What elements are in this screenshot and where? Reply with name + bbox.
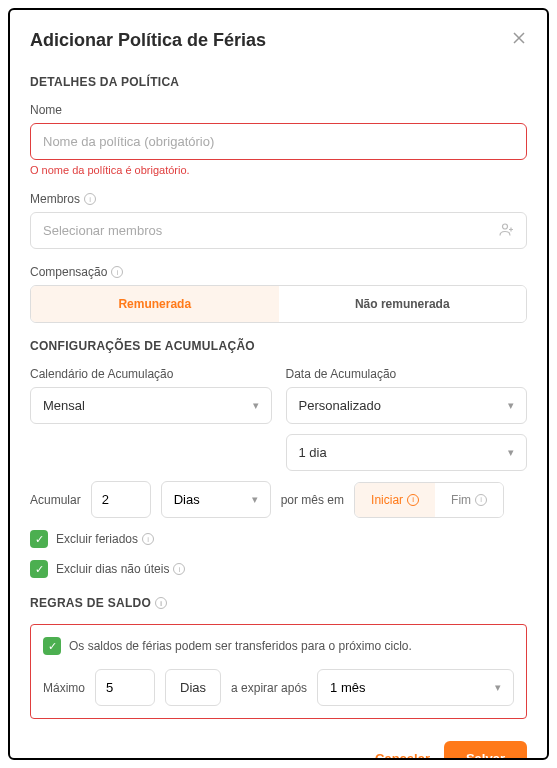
svg-point-0 [503, 224, 508, 229]
info-icon[interactable]: i [84, 193, 96, 205]
compensation-label: Compensação [30, 265, 107, 279]
info-icon[interactable]: i [142, 533, 154, 545]
accumulate-amount-input[interactable] [91, 481, 151, 518]
name-input[interactable] [30, 123, 527, 160]
accrual-date-value: Personalizado [299, 398, 381, 413]
exclude-holidays-label: Excluir feriados [56, 532, 138, 546]
info-icon: i [475, 494, 487, 506]
exclude-holidays-checkbox[interactable]: ✓ [30, 530, 48, 548]
accrual-date-label: Data de Acumulação [286, 367, 528, 381]
accrual-calendar-select[interactable]: Mensal ▾ [30, 387, 272, 424]
max-amount-input[interactable] [95, 669, 155, 706]
expire-after-value: 1 mês [330, 680, 365, 695]
members-input[interactable] [30, 212, 527, 249]
info-icon[interactable]: i [173, 563, 185, 575]
info-icon: i [407, 494, 419, 506]
chevron-down-icon: ▾ [508, 399, 514, 412]
end-tab[interactable]: Fim i [435, 483, 503, 517]
section-details-title: DETALHES DA POLÍTICA [30, 75, 527, 89]
accumulate-row: Acumular Dias ▾ por mês em Iniciar i Fim… [30, 481, 527, 518]
name-label: Nome [30, 103, 527, 117]
accrual-calendar-value: Mensal [43, 398, 85, 413]
save-button[interactable]: Salvar [444, 741, 527, 760]
exclude-nonworking-label: Excluir dias não úteis [56, 562, 169, 576]
carryover-row: ✓ Os saldos de férias podem ser transfer… [43, 637, 514, 655]
vacation-policy-modal: Adicionar Política de Férias DETALHES DA… [8, 8, 549, 760]
exclude-nonworking-checkbox[interactable]: ✓ [30, 560, 48, 578]
balance-rules-box: ✓ Os saldos de férias podem ser transfer… [30, 624, 527, 719]
accrual-date-group: Data de Acumulação Personalizado ▾ 1 dia… [286, 367, 528, 471]
accrual-day-value: 1 dia [299, 445, 327, 460]
accumulate-unit-value: Dias [174, 492, 200, 507]
modal-title: Adicionar Política de Férias [30, 30, 266, 51]
info-icon[interactable]: i [155, 597, 167, 609]
modal-header: Adicionar Política de Férias [30, 30, 527, 51]
unpaid-toggle[interactable]: Não remunerada [279, 286, 527, 322]
start-tab[interactable]: Iniciar i [355, 483, 435, 517]
max-label: Máximo [43, 681, 85, 695]
modal-footer: Cancelar Salvar [30, 741, 527, 760]
name-field-group: Nome O nome da política é obrigatório. [30, 103, 527, 176]
accrual-calendar-group: Calendário de Acumulação Mensal ▾ [30, 367, 272, 471]
max-unit: Dias [165, 669, 221, 706]
accumulate-unit-select[interactable]: Dias ▾ [161, 481, 271, 518]
accrual-date-select[interactable]: Personalizado ▾ [286, 387, 528, 424]
expire-after-label: a expirar após [231, 681, 307, 695]
add-person-icon[interactable] [499, 222, 515, 239]
chevron-down-icon: ▾ [252, 493, 258, 506]
exclude-holidays-row: ✓ Excluir feriados i [30, 530, 527, 548]
accrual-day-select[interactable]: 1 dia ▾ [286, 434, 528, 471]
members-field-group: Membros i [30, 192, 527, 249]
compensation-toggle: Remunerada Não remunerada [30, 285, 527, 323]
chevron-down-icon: ▾ [495, 681, 501, 694]
members-label: Membros [30, 192, 80, 206]
per-month-label: por mês em [281, 493, 344, 507]
name-error-text: O nome da política é obrigatório. [30, 164, 527, 176]
carryover-label: Os saldos de férias podem ser transferid… [69, 639, 412, 653]
accumulate-label: Acumular [30, 493, 81, 507]
chevron-down-icon: ▾ [508, 446, 514, 459]
carryover-checkbox[interactable]: ✓ [43, 637, 61, 655]
info-icon[interactable]: i [111, 266, 123, 278]
compensation-field-group: Compensação i Remunerada Não remunerada [30, 265, 527, 323]
start-end-tabs: Iniciar i Fim i [354, 482, 504, 518]
section-balance-title: REGRAS DE SALDO [30, 596, 151, 610]
max-balance-row: Máximo Dias a expirar após 1 mês ▾ [43, 669, 514, 706]
expire-after-select[interactable]: 1 mês ▾ [317, 669, 514, 706]
accrual-calendar-label: Calendário de Acumulação [30, 367, 272, 381]
exclude-nonworking-row: ✓ Excluir dias não úteis i [30, 560, 527, 578]
paid-toggle[interactable]: Remunerada [31, 286, 279, 322]
chevron-down-icon: ▾ [253, 399, 259, 412]
section-accrual-title: CONFIGURAÇÕES DE ACUMULAÇÃO [30, 339, 527, 353]
close-icon[interactable] [511, 30, 527, 51]
cancel-button[interactable]: Cancelar [375, 751, 430, 760]
